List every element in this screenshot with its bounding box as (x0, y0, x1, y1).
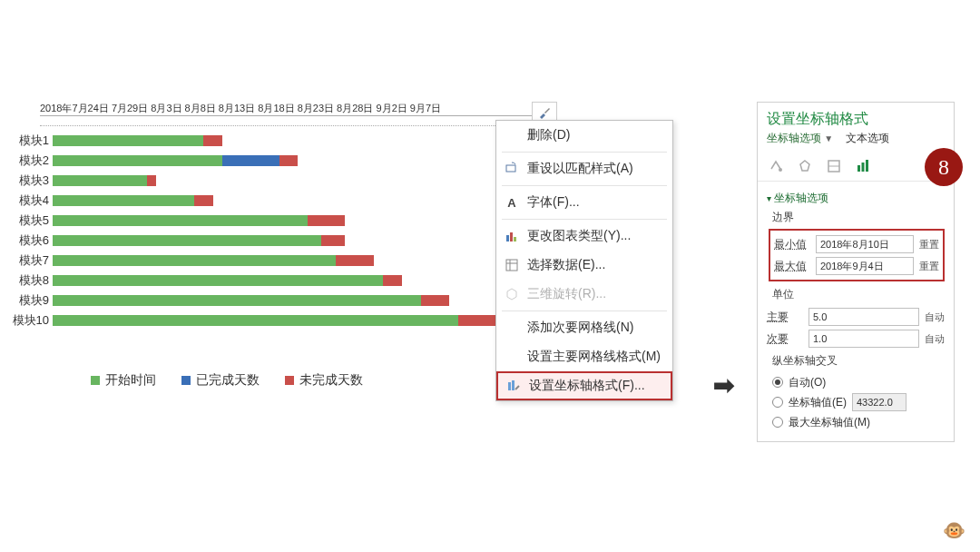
tab-axis-options[interactable]: 坐标轴选项 ▼ (767, 131, 833, 146)
x-axis-dates: 2018年7月24日 7月29日 8月3日 8月8日 8月13日 8月18日 8… (40, 102, 539, 116)
units-heading: 单位 (772, 287, 945, 302)
bar-segment (308, 215, 346, 226)
ctx-major-grid-format[interactable]: 设置主要网格线格式(M) (496, 342, 672, 371)
bar-segment (53, 255, 336, 266)
svg-point-9 (779, 168, 782, 172)
svg-marker-10 (800, 161, 809, 171)
axis-options-icon[interactable] (854, 157, 872, 175)
cross-max-label: 最大坐标轴值(M) (789, 415, 870, 430)
bar-segment (53, 235, 321, 246)
svg-rect-0 (506, 165, 515, 172)
format-axis-panel: 设置坐标轴格式 坐标轴选项 ▼ 文本选项 8 坐标轴选项 边界 最小值 20 (757, 102, 955, 442)
svg-rect-15 (866, 160, 868, 172)
legend-done: 已完成天数 (181, 372, 260, 389)
bar-track[interactable] (53, 275, 539, 286)
fill-icon[interactable] (767, 157, 785, 175)
minor-unit-input[interactable]: 1.0 (808, 330, 919, 348)
font-icon: A (504, 194, 520, 211)
row-label: 模块5 (7, 212, 53, 229)
minor-auto: 自动 (925, 332, 945, 346)
ctx-format-axis-label: 设置坐标轴格式(F)... (529, 378, 645, 394)
max-value-text: 2018年9月4日 (820, 260, 884, 273)
bar-track[interactable] (53, 295, 539, 306)
chart-row: 模块1 (7, 131, 539, 151)
ctx-major-grid-label: 设置主要网格线格式(M) (527, 349, 661, 365)
gantt-chart: 2018年7月24日 7月29日 8月3日 8月8日 8月13日 8月18日 8… (7, 107, 539, 307)
effects-icon[interactable] (796, 157, 814, 175)
row-label: 模块9 (7, 292, 53, 309)
min-reset-button[interactable]: 重置 (919, 238, 939, 251)
tab-text-options[interactable]: 文本选项 (846, 131, 889, 146)
chart-row: 模块2 (7, 151, 539, 171)
major-unit-row: 主要 5.0 自动 (767, 306, 945, 328)
major-label: 主要 (767, 310, 803, 325)
ctx-reset-match-style[interactable]: 重设以匹配样式(A) (496, 154, 672, 183)
ctx-sep-1 (502, 152, 667, 153)
panel-title: 设置坐标轴格式 (758, 103, 954, 131)
legend-todo: 未完成天数 (285, 372, 363, 389)
step-number-badge: 8 (925, 148, 963, 186)
major-unit-input[interactable]: 5.0 (808, 308, 919, 326)
ctx-sep-2 (502, 185, 667, 186)
legend-swatch-blue (181, 376, 191, 385)
min-value-input[interactable]: 2018年8月10日 (816, 235, 914, 253)
panel-tabs: 坐标轴选项 ▼ 文本选项 (758, 131, 954, 152)
bar-track[interactable] (53, 215, 539, 226)
bar-segment (53, 315, 458, 326)
bar-track[interactable] (53, 135, 539, 146)
bar-track[interactable] (53, 195, 539, 206)
size-icon[interactable] (825, 157, 843, 175)
chart-row: 模块5 (7, 211, 539, 231)
svg-rect-13 (858, 165, 860, 172)
bar-track[interactable] (53, 235, 539, 246)
ctx-format-axis[interactable]: 设置坐标轴格式(F)... (496, 371, 672, 400)
bar-segment (53, 295, 421, 306)
ctx-delete[interactable]: 删除(D) (496, 121, 672, 150)
ctx-font[interactable]: A 字体(F)... (496, 188, 672, 217)
bar-segment (421, 295, 449, 306)
ctx-add-minor-grid[interactable]: 添加次要网格线(N) (496, 313, 672, 342)
svg-rect-14 (862, 163, 865, 172)
chart-row: 模块9 (7, 291, 539, 310)
tab-axis-options-label: 坐标轴选项 (767, 132, 821, 144)
bar-segment (53, 215, 308, 226)
bounds-max-row: 最大值 2018年9月4日 重置 (774, 255, 939, 277)
bar-track[interactable] (53, 155, 539, 166)
row-label: 模块3 (7, 172, 53, 189)
bar-segment (321, 235, 345, 246)
cross-auto-radio[interactable]: 自动(O) (767, 372, 945, 392)
bar-track[interactable] (53, 175, 539, 186)
select-data-icon (504, 257, 520, 273)
cross-max-radio[interactable]: 最大坐标轴值(M) (767, 412, 945, 432)
cross-value-label: 坐标轴值(E) (789, 395, 847, 410)
arrow-right-icon: ➡ (713, 370, 734, 400)
bar-track[interactable] (53, 315, 539, 326)
chart-row: 模块4 (7, 191, 539, 211)
chart-row: 模块10 (7, 310, 539, 330)
monkey-logo-icon: 🐵 (943, 519, 965, 541)
cross-value-text: 43322.0 (857, 397, 893, 408)
radio-icon (772, 417, 783, 428)
bar-segment (203, 135, 222, 146)
ctx-select-data[interactable]: 选择数据(E)... (496, 251, 672, 280)
section-axis-options[interactable]: 坐标轴选项 (767, 191, 945, 206)
svg-rect-7 (508, 382, 511, 390)
max-label: 最大值 (774, 259, 810, 274)
min-value-text: 2018年8月10日 (820, 238, 889, 251)
max-value-input[interactable]: 2018年9月4日 (816, 257, 914, 275)
row-label: 模块1 (7, 133, 53, 149)
max-reset-button[interactable]: 重置 (919, 260, 939, 273)
ctx-change-chart-type[interactable]: 更改图表类型(Y)... (496, 222, 672, 251)
cross-value-radio[interactable]: 坐标轴值(E) 43322.0 (767, 392, 945, 412)
ctx-reset-label: 重设以匹配样式(A) (527, 161, 633, 177)
ctx-font-label: 字体(F)... (527, 194, 580, 211)
major-auto: 自动 (925, 310, 945, 324)
bar-segment (53, 275, 383, 286)
bar-track[interactable] (53, 255, 539, 266)
minor-label: 次要 (767, 331, 803, 347)
bounds-min-row: 最小值 2018年8月10日 重置 (774, 233, 939, 255)
chart-legend: 开始时间 已完成天数 未完成天数 (91, 372, 363, 389)
bar-segment (53, 175, 147, 186)
ctx-3d-rotate: 三维旋转(R)... (496, 280, 672, 309)
cross-value-input: 43322.0 (852, 393, 906, 411)
